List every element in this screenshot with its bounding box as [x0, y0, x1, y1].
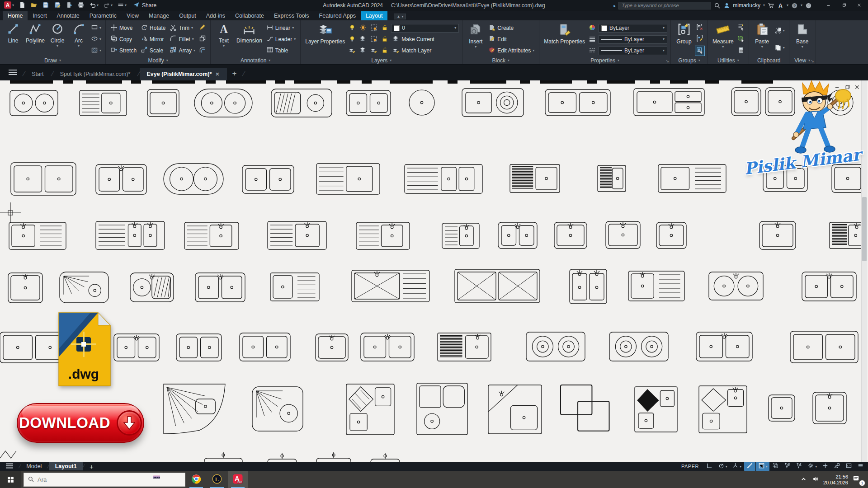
search-icon[interactable]	[714, 2, 721, 9]
sink-block[interactable]	[80, 90, 127, 116]
layout-menu-icon[interactable]	[0, 463, 19, 470]
sink-block[interactable]	[204, 452, 242, 462]
keyword-search-input[interactable]	[618, 2, 711, 9]
base-button[interactable]: Base▾	[793, 22, 812, 56]
erase-button[interactable]	[198, 23, 207, 33]
autodesk-app-icon[interactable]: A	[777, 2, 784, 9]
sink-block[interactable]	[790, 331, 858, 363]
ribbon-tab-home[interactable]: Home	[3, 11, 28, 20]
partial-sink-block[interactable]	[206, 80, 216, 84]
object-snap-tracking-button[interactable]	[793, 462, 805, 471]
file-tab-0[interactable]: Start	[24, 68, 51, 80]
array-button[interactable]: Array▾	[168, 46, 197, 55]
autodesk-menu-chevron-icon[interactable]: ▾	[787, 4, 788, 7]
offset-button[interactable]	[198, 46, 207, 56]
search-highlight-image[interactable]	[153, 474, 181, 486]
open-file-button[interactable]	[28, 0, 39, 11]
sink-block[interactable]	[417, 383, 467, 435]
sink-block[interactable]	[114, 334, 159, 361]
sink-block[interactable]	[760, 221, 796, 249]
layer-off-icon[interactable]	[348, 35, 357, 44]
sink-block[interactable]	[409, 90, 434, 115]
layout-tab-model[interactable]: Model	[20, 462, 47, 470]
sink-block[interactable]	[316, 334, 348, 361]
ribbon-tab-layout[interactable]: Layout	[361, 11, 388, 20]
sink-block[interactable]	[462, 89, 524, 117]
sink-block[interactable]	[352, 270, 429, 302]
lineweight-select[interactable]: ByLayer▾	[599, 35, 667, 44]
panel-groups-label[interactable]: Groups▾	[671, 56, 708, 64]
app-logo-button[interactable]: A▾	[2, 0, 16, 11]
sink-block[interactable]	[10, 90, 58, 116]
partial-sink-block[interactable]	[390, 80, 433, 84]
layer-unlock2-icon[interactable]	[380, 46, 389, 56]
sink-block[interactable]	[11, 163, 76, 195]
partial-sink-block[interactable]	[86, 80, 122, 84]
isometric-drafting-button[interactable]: ▾	[730, 462, 744, 471]
sink-block[interactable]	[176, 334, 222, 361]
sink-block[interactable]	[635, 387, 677, 432]
sink-block[interactable]	[268, 453, 297, 462]
edit-block-button[interactable]: Edit	[487, 34, 536, 44]
sink-block[interactable]	[184, 222, 239, 249]
sink-block[interactable]	[498, 222, 537, 249]
linetype-icon[interactable]	[588, 46, 597, 56]
add-button[interactable]	[820, 462, 831, 471]
customize-button[interactable]: ▾	[115, 0, 128, 11]
layer-vpfreeze-icon[interactable]	[359, 46, 368, 56]
file-tab-1[interactable]: Spot Işık (PislikMimar.com)*	[53, 68, 138, 80]
sink-block[interactable]	[634, 89, 704, 116]
group-selection-button[interactable]	[695, 46, 704, 56]
minimize-button[interactable]	[821, 0, 836, 11]
sink-block[interactable]	[598, 165, 626, 192]
status-menu-button[interactable]	[855, 462, 866, 471]
panel-clipboard-label[interactable]: Clipboard	[749, 56, 789, 64]
notification-center-icon[interactable]: 1	[853, 475, 863, 485]
arc-button[interactable]: Arc▾	[69, 22, 89, 56]
start-button[interactable]	[0, 471, 21, 488]
tray-chevron-icon[interactable]	[800, 476, 807, 484]
partial-sink-block[interactable]	[705, 80, 719, 84]
partial-sink-block[interactable]	[294, 80, 321, 84]
move-button[interactable]: Move	[109, 23, 138, 33]
fillet-button[interactable]: Fillet▾	[168, 34, 197, 44]
export-mobile-button[interactable]	[64, 0, 75, 11]
ribbon-tab-collaborate[interactable]: Collaborate	[230, 11, 269, 20]
taskbar-app-chrome[interactable]	[186, 471, 206, 488]
redo-button[interactable]: ▾	[101, 0, 114, 11]
measure-button[interactable]: Measure▾	[711, 22, 735, 56]
layer-frame-toggle[interactable]	[369, 23, 378, 33]
partial-sink-block[interactable]	[131, 80, 141, 84]
file-tab-menu-icon[interactable]	[3, 69, 23, 80]
panel-block-label[interactable]: Block▾	[462, 56, 539, 64]
save-as-button[interactable]	[52, 0, 63, 11]
sink-block[interactable]	[656, 222, 686, 249]
sink-block[interactable]	[271, 89, 332, 117]
layer-properties-button[interactable]: Layer Properties	[304, 22, 346, 56]
print-button[interactable]	[75, 0, 86, 11]
polar-tracking-button[interactable]: ▾	[716, 462, 730, 471]
layout-tab-layout1[interactable]: Layout1	[49, 462, 83, 470]
ribbon-collapse-button[interactable]: ▲ ▾	[394, 14, 406, 19]
sink-block[interactable]	[438, 333, 491, 361]
partial-sink-block[interactable]	[470, 80, 506, 84]
taskbar-app-league-of-legends[interactable]: L	[207, 471, 227, 488]
help-icon[interactable]: ?	[791, 2, 798, 9]
sink-block[interactable]	[0, 451, 16, 458]
signed-in-user[interactable]: mimarlucky	[733, 2, 760, 9]
cut-button[interactable]: ▾	[774, 26, 786, 36]
layer-merge-icon[interactable]	[369, 46, 378, 56]
text-button[interactable]: AText▾	[214, 22, 234, 56]
ribbon-tab-manage[interactable]: Manage	[144, 11, 174, 20]
scrollbar-thumb[interactable]	[862, 197, 867, 261]
ribbon-tab-insert[interactable]: Insert	[28, 11, 52, 20]
partial-sink-block[interactable]	[63, 80, 73, 84]
sink-block[interactable]	[802, 272, 856, 301]
lineweight-icon[interactable]	[588, 35, 597, 44]
help-menu-chevron-icon[interactable]: ▾	[801, 4, 802, 7]
annotation-frame-button[interactable]: ▾	[756, 462, 770, 471]
new-file-button[interactable]	[17, 0, 28, 11]
sink-block[interactable]	[240, 333, 290, 361]
layer-lock-icon[interactable]	[380, 35, 389, 44]
user-avatar-icon[interactable]	[723, 2, 730, 9]
